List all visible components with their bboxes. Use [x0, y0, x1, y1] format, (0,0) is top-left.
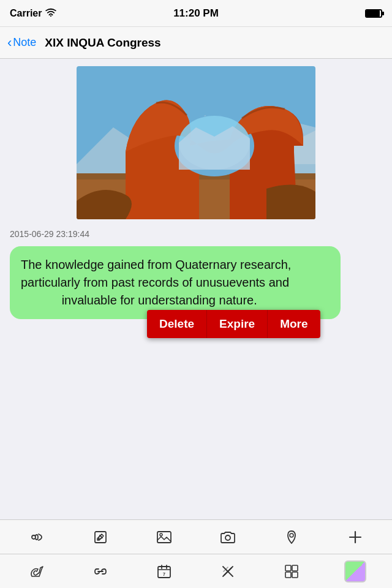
status-bar: Carrier 11:20 PM: [0, 0, 392, 27]
toolbar-2: 7: [0, 554, 392, 588]
back-chevron-icon: ‹: [7, 36, 12, 50]
note-image[interactable]: [77, 66, 315, 219]
back-label: Note: [13, 36, 36, 49]
svg-point-14: [290, 533, 293, 537]
wifi-icon: [45, 8, 56, 19]
svg-rect-29: [292, 572, 298, 578]
message-text: The knowledge gained from Quaternary res…: [21, 258, 291, 307]
color-swatch: [344, 560, 366, 582]
camera-icon[interactable]: [214, 524, 241, 551]
status-time: 11:20 PM: [173, 7, 219, 20]
svg-rect-26: [285, 565, 291, 571]
more-button[interactable]: More: [268, 310, 320, 338]
toolbar-1: [0, 519, 392, 554]
svg-rect-28: [285, 572, 291, 578]
image-icon[interactable]: [151, 524, 178, 551]
svg-rect-11: [157, 532, 171, 543]
message-bubble[interactable]: The knowledge gained from Quaternary res…: [10, 246, 341, 319]
expire-button[interactable]: Expire: [207, 310, 268, 338]
content-area: 2015-06-29 23:19:44 The knowledge gained…: [0, 59, 392, 519]
timestamp: 2015-06-29 23:19:44: [0, 224, 392, 244]
add-icon[interactable]: [342, 524, 369, 551]
link-icon[interactable]: [87, 558, 114, 585]
svg-point-9: [32, 535, 36, 539]
battery-icon: [365, 9, 382, 18]
audio-icon[interactable]: [23, 524, 50, 551]
tools-icon[interactable]: [214, 558, 241, 585]
calendar-icon[interactable]: 7: [151, 558, 178, 585]
grid-icon[interactable]: [278, 558, 305, 585]
pen-icon[interactable]: [23, 558, 50, 585]
svg-rect-27: [292, 565, 298, 571]
edit-icon[interactable]: [87, 524, 114, 551]
svg-text:7: 7: [163, 572, 165, 576]
svg-point-12: [160, 533, 162, 536]
location-icon[interactable]: [278, 524, 305, 551]
note-image-container: [0, 59, 392, 224]
carrier-label: Carrier: [10, 8, 42, 19]
back-button[interactable]: ‹ Note: [7, 36, 36, 50]
delete-button[interactable]: Delete: [147, 310, 207, 338]
battery-area: [365, 9, 382, 18]
svg-rect-10: [95, 532, 106, 543]
context-menu: Delete Expire More: [147, 310, 320, 338]
color-swatch-icon[interactable]: [342, 558, 369, 585]
svg-point-0: [50, 15, 51, 17]
message-container: The knowledge gained from Quaternary res…: [0, 244, 392, 326]
carrier-info: Carrier: [10, 8, 56, 19]
nav-bar: ‹ Note XIX INQUA Congress: [0, 27, 392, 59]
svg-point-13: [225, 535, 230, 540]
page-title: XIX INQUA Congress: [45, 36, 160, 50]
